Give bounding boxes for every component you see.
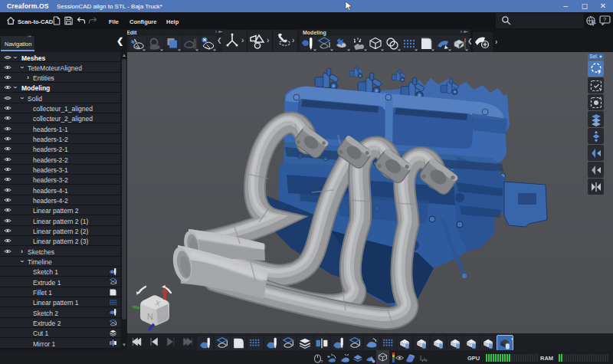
svg-text:N: N <box>147 312 153 321</box>
svg-text:?: ? <box>320 359 323 364</box>
svg-text:?: ? <box>603 16 606 23</box>
